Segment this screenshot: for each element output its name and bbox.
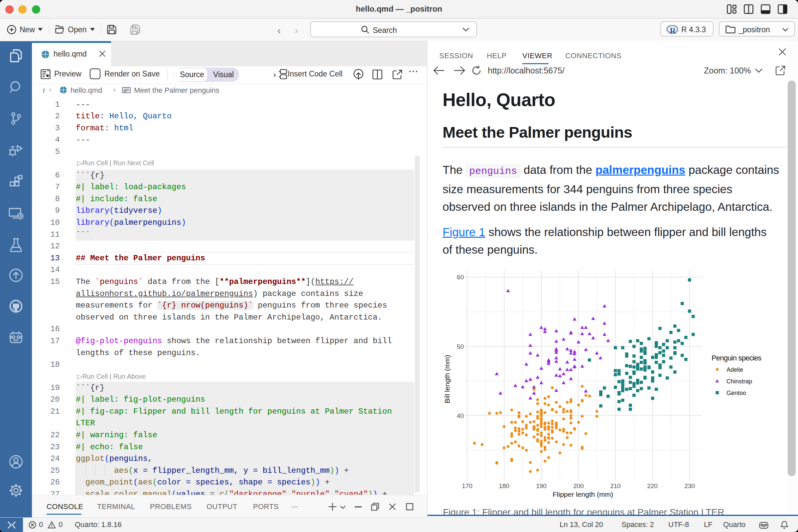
svg-text:50: 50 (457, 343, 464, 350)
svg-text:180: 180 (499, 482, 509, 490)
svg-text:210: 210 (610, 482, 621, 490)
svg-text:170: 170 (462, 482, 473, 490)
svg-text:Flipper length (mm): Flipper length (mm) (553, 491, 613, 498)
svg-text:Penguin species: Penguin species (711, 354, 761, 362)
svg-text:220: 220 (647, 482, 658, 490)
svg-text:190: 190 (536, 482, 547, 490)
svg-text:Adelie: Adelie (726, 366, 743, 373)
svg-text:40: 40 (457, 412, 464, 419)
svg-text:Gentoo: Gentoo (726, 390, 746, 396)
svg-text:Chinstrap: Chinstrap (726, 378, 752, 385)
svg-text:R: R (670, 26, 676, 35)
svg-text:200: 200 (573, 482, 584, 490)
svg-text:Bill length (mm): Bill length (mm) (443, 355, 451, 403)
svg-text:230: 230 (684, 482, 695, 490)
svg-text:60: 60 (457, 274, 464, 281)
